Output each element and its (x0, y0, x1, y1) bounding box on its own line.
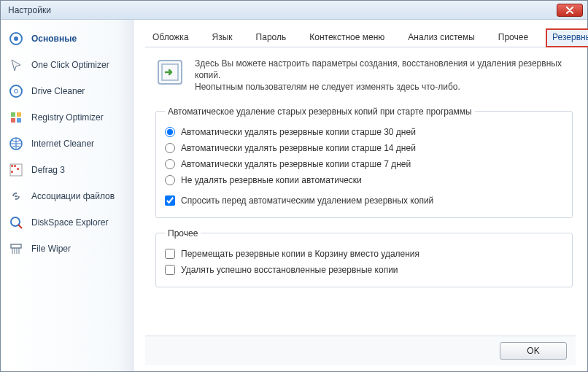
svg-rect-7 (17, 118, 21, 123)
sidebar-item-filewiper[interactable]: File Wiper (1, 236, 133, 262)
group-autodelete: Автоматическое удаление старых резервных… (155, 106, 573, 218)
radio-30days-label: Автоматически удалять резервные копии ст… (181, 127, 416, 137)
tab-bar: Обложка Язык Пароль Контекстное меню Ана… (145, 27, 576, 47)
sidebar-item-drivecleaner[interactable]: Drive Cleaner (1, 78, 133, 104)
sidebar-item-label: File Wiper (31, 244, 71, 254)
shredder-icon (8, 241, 24, 257)
svg-point-1 (14, 36, 18, 41)
svg-point-3 (15, 90, 18, 93)
link-icon (8, 188, 24, 204)
svg-rect-5 (17, 112, 21, 117)
radio-14days[interactable] (165, 143, 175, 153)
cursor-icon (8, 57, 24, 73)
sidebar-item-label: Defrag 3 (31, 165, 65, 175)
window-title: Настройки (8, 5, 557, 15)
tab-contextmenu[interactable]: Контекстное меню (303, 29, 390, 47)
blocks-icon (8, 109, 24, 125)
checkbox-deleterestored-label: Удалять успешно восстановленные резервны… (181, 265, 398, 275)
sidebar-item-label: Drive Cleaner (31, 86, 85, 96)
radio-30days[interactable] (165, 127, 175, 137)
tab-other[interactable]: Прочее (492, 29, 534, 47)
close-button[interactable] (557, 4, 583, 17)
svg-rect-10 (11, 165, 13, 167)
checkbox-deleterestored-row[interactable]: Удалять успешно восстановленные резервны… (165, 262, 563, 278)
sidebar-item-diskspace[interactable]: DiskSpace Explorer (1, 209, 133, 236)
radio-7days-row[interactable]: Автоматически удалять резервные копии ст… (165, 156, 563, 172)
checkbox-confirm[interactable] (165, 195, 175, 206)
radio-7days-label: Автоматически удалять резервные копии ст… (181, 159, 411, 169)
magnify-disc-icon (8, 214, 24, 230)
sidebar: Основные One Click Optimizer Drive Clean… (1, 20, 134, 371)
radio-never-label: Не удалять резервные копии автоматически (181, 175, 362, 185)
radio-14days-label: Автоматически удалять резервные копии ст… (181, 143, 416, 153)
sidebar-item-label: Internet Cleaner (31, 139, 94, 149)
checkbox-recycle-row[interactable]: Перемещать резервные копии в Корзину вме… (165, 246, 563, 262)
svg-line-15 (18, 225, 22, 228)
radio-7days[interactable] (165, 159, 175, 169)
gear-icon (8, 31, 24, 47)
svg-rect-16 (11, 244, 21, 248)
tab-backups[interactable]: Резервные копии (546, 28, 588, 47)
tab-analysis[interactable]: Анализ системы (402, 29, 480, 47)
sidebar-item-label: One Click Optimizer (31, 60, 109, 70)
tab-language[interactable]: Язык (206, 29, 239, 47)
main-panel: Обложка Язык Пароль Контекстное меню Ана… (134, 20, 587, 371)
sidebar-item-label: Registry Optimizer (31, 112, 104, 123)
tab-password[interactable]: Пароль (250, 29, 293, 47)
checkbox-recycle[interactable] (165, 249, 175, 259)
ok-button[interactable]: OK (500, 342, 567, 360)
checkbox-confirm-label: Спросить перед автоматическим удалением … (181, 195, 433, 206)
radio-never[interactable] (165, 175, 175, 185)
sidebar-item-label: DiskSpace Explorer (31, 217, 108, 228)
checkbox-deleterestored[interactable] (165, 265, 175, 275)
radio-never-row[interactable]: Не удалять резервные копии автоматически (165, 172, 563, 188)
group-autodelete-legend: Автоматическое удаление старых резервных… (165, 106, 475, 117)
sidebar-item-registry[interactable]: Registry Optimizer (1, 104, 133, 131)
sidebar-item-label: Ассоциации файлов (31, 191, 115, 201)
tab-content: Здесь Вы можете настроить параметры созд… (145, 47, 576, 336)
intro-line2: Неопытным пользователям не следует измен… (195, 81, 573, 93)
sidebar-item-defrag[interactable]: Defrag 3 (1, 157, 133, 183)
checkbox-recycle-label: Перемещать резервные копии в Корзину вме… (181, 249, 419, 259)
sidebar-item-assoc[interactable]: Ассоциации файлов (1, 183, 133, 209)
group-other: Прочее Перемещать резервные копии в Корз… (155, 228, 573, 287)
checkbox-confirm-row[interactable]: Спросить перед автоматическим удалением … (165, 193, 563, 209)
window-body: Основные One Click Optimizer Drive Clean… (1, 20, 587, 371)
radio-14days-row[interactable]: Автоматически удалять резервные копии ст… (165, 140, 563, 156)
footer: OK (145, 336, 576, 365)
svg-rect-4 (11, 112, 15, 117)
close-icon (566, 7, 573, 14)
svg-rect-6 (11, 118, 15, 123)
sidebar-item-internet[interactable]: Internet Cleaner (1, 131, 133, 157)
sidebar-item-oneclick[interactable]: One Click Optimizer (1, 52, 133, 78)
intro-block: Здесь Вы можете настроить параметры созд… (155, 58, 573, 93)
tab-skin[interactable]: Обложка (147, 29, 195, 47)
settings-window: Настройки Основные One Click Optimizer (0, 0, 588, 372)
radio-30days-row[interactable]: Автоматически удалять резервные копии ст… (165, 124, 563, 140)
svg-rect-12 (17, 168, 19, 170)
grid-icon (8, 162, 24, 178)
intro-text: Здесь Вы можете настроить параметры созд… (195, 58, 573, 93)
sidebar-item-general[interactable]: Основные (1, 26, 133, 52)
sidebar-item-label: Основные (31, 34, 77, 44)
disc-icon (8, 83, 24, 99)
intro-line1: Здесь Вы можете настроить параметры созд… (195, 58, 573, 81)
safe-icon (155, 58, 185, 87)
svg-rect-11 (14, 165, 16, 167)
group-other-legend: Прочее (165, 228, 201, 239)
globe-icon (8, 136, 24, 152)
titlebar: Настройки (1, 1, 587, 20)
svg-rect-13 (11, 171, 13, 173)
